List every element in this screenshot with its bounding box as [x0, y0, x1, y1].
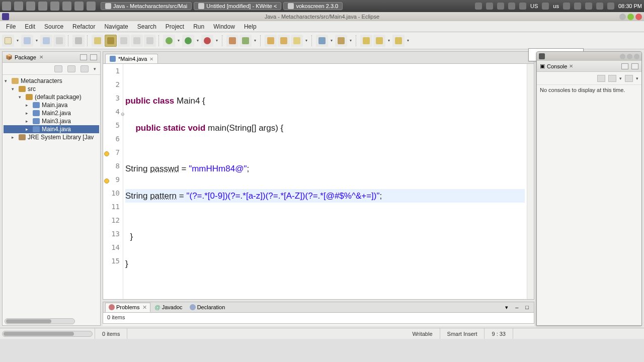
close-button[interactable]: [635, 14, 642, 20]
warning-marker-icon[interactable]: [104, 178, 109, 184]
toggle-mark-button[interactable]: [105, 35, 117, 47]
launcher-icon[interactable]: [14, 2, 23, 11]
launcher-icon[interactable]: [87, 2, 96, 11]
launcher-icon[interactable]: [62, 2, 71, 11]
task-vokoscreen[interactable]: vokoscreen 2.3.0: [283, 2, 343, 10]
clock[interactable]: 08:30 PM: [618, 3, 642, 9]
tab-declaration[interactable]: Declaration: [187, 303, 228, 311]
package-explorer-tab[interactable]: 📦 Package ✕: [3, 52, 100, 63]
search-button[interactable]: [291, 35, 303, 47]
close-icon[interactable]: ✕: [569, 63, 573, 69]
minimize-button[interactable]: [620, 54, 625, 59]
maximize-view-icon[interactable]: □: [522, 303, 532, 311]
link-editor-icon[interactable]: [67, 65, 75, 72]
package-scrollbar[interactable]: [5, 318, 75, 324]
block-select-button[interactable]: [118, 35, 130, 47]
view-menu-icon[interactable]: [80, 65, 89, 72]
tree-file-main4[interactable]: ▸Main4.java: [4, 125, 99, 133]
launcher-icon[interactable]: [38, 2, 47, 11]
warning-marker-icon[interactable]: [104, 151, 109, 156]
menu-file[interactable]: File: [2, 22, 20, 31]
task-kwrite[interactable]: Untitled [modified] - KWrite <: [194, 2, 281, 10]
menu-edit[interactable]: Edit: [21, 22, 39, 31]
tab-problems[interactable]: Problems✕: [105, 303, 150, 312]
prev-annotation-button[interactable]: [335, 35, 347, 47]
run-button[interactable]: [182, 35, 194, 47]
editor-scrollbar[interactable]: [2, 331, 93, 337]
keyboard-layout[interactable]: US: [530, 3, 538, 9]
wifi-icon[interactable]: [596, 3, 603, 10]
save-all-button[interactable]: [40, 35, 52, 47]
new-button[interactable]: [2, 35, 14, 47]
open-console-icon[interactable]: [625, 75, 633, 82]
launcher-icon[interactable]: [2, 2, 11, 11]
debug-button[interactable]: [163, 35, 175, 47]
menu-search[interactable]: Search: [133, 22, 160, 31]
menu-window[interactable]: Window: [209, 22, 239, 31]
open-task-button[interactable]: [278, 35, 290, 47]
tree-file-main2[interactable]: ▸Main2.java: [4, 109, 99, 117]
menu-navigate[interactable]: Navigate: [100, 22, 132, 31]
code-area[interactable]: public class Main4 { public static void …: [123, 64, 527, 299]
new-dropdown[interactable]: ▾: [15, 38, 20, 43]
editor-body[interactable]: 1 2 3 4⊖ 5 6 7 8 9 10 11 12 13 14 15 pub…: [103, 63, 534, 300]
close-button[interactable]: [634, 54, 639, 59]
tray-icon[interactable]: [519, 3, 526, 10]
view-dropdown-icon[interactable]: ▾: [94, 66, 96, 71]
tree-file-main[interactable]: ▸Main.java: [4, 101, 99, 109]
tray-icon[interactable]: [486, 3, 493, 10]
minimize-view-icon[interactable]: [621, 63, 628, 69]
minimize-button[interactable]: [619, 14, 626, 20]
editor-tab-main4[interactable]: *Main4.java ✕: [105, 54, 158, 63]
print-button[interactable]: [53, 35, 65, 47]
tree-default-package[interactable]: ▾(default package): [4, 93, 99, 101]
back-button[interactable]: [373, 35, 385, 47]
tray-icon[interactable]: [475, 3, 482, 10]
menu-project[interactable]: Project: [162, 22, 188, 31]
minimize-view-icon[interactable]: [80, 54, 87, 60]
last-edit-button[interactable]: [360, 35, 372, 47]
view-menu-icon[interactable]: ▾: [502, 303, 511, 312]
bluetooth-icon[interactable]: [574, 3, 581, 10]
collapse-all-icon[interactable]: [54, 65, 62, 72]
show-whitespace-button[interactable]: [131, 35, 143, 47]
tree-jre-library[interactable]: ▸JRE System Library [Jav: [4, 133, 99, 141]
keyboard-layout2[interactable]: us: [553, 3, 559, 9]
new-package-button[interactable]: [239, 35, 252, 47]
display-console-icon[interactable]: [608, 75, 616, 82]
tree-project[interactable]: ▾Metacharacters: [4, 77, 99, 85]
menu-help[interactable]: Help: [240, 22, 261, 31]
close-tab-icon[interactable]: ✕: [149, 56, 153, 62]
volume-icon[interactable]: [563, 3, 570, 10]
tray-icon[interactable]: [497, 3, 504, 10]
launcher-icon[interactable]: [74, 2, 84, 11]
tray-icon[interactable]: [542, 3, 549, 10]
menu-refactor[interactable]: Refactor: [68, 22, 99, 31]
console-window-titlebar[interactable]: [537, 52, 641, 61]
tab-javadoc[interactable]: @Javadoc: [151, 303, 185, 311]
maximize-view-icon[interactable]: [90, 54, 97, 60]
menu-run[interactable]: Run: [189, 22, 208, 31]
tree-src[interactable]: ▾src: [4, 85, 99, 93]
tray-icon[interactable]: [508, 3, 515, 10]
open-type-button[interactable]: [265, 35, 277, 47]
battery-icon[interactable]: [585, 3, 592, 10]
menu-source[interactable]: Source: [40, 22, 67, 31]
maximize-view-icon[interactable]: [631, 63, 638, 69]
close-icon[interactable]: ✕: [142, 304, 147, 311]
minimize-view-icon[interactable]: –: [512, 303, 521, 311]
close-icon[interactable]: ✕: [39, 54, 43, 60]
toggle-breadcrumb-button[interactable]: [92, 35, 104, 47]
console-view-tab[interactable]: ▣ Console ✕: [537, 61, 641, 72]
next-annotation-button[interactable]: [316, 35, 328, 47]
skip-breakpoints-button[interactable]: [72, 35, 85, 47]
task-eclipse[interactable]: Java - Metacharacters/src/Mai: [101, 2, 192, 10]
forward-button[interactable]: [392, 35, 405, 47]
save-button[interactable]: [21, 35, 33, 47]
tree-file-main3[interactable]: ▸Main3.java: [4, 117, 99, 125]
overview-ruler[interactable]: [527, 64, 534, 299]
pin-console-icon[interactable]: [597, 75, 605, 82]
ext-tools-button[interactable]: [201, 35, 213, 47]
wrap-button[interactable]: [144, 35, 156, 47]
launcher-icon[interactable]: [26, 2, 35, 11]
